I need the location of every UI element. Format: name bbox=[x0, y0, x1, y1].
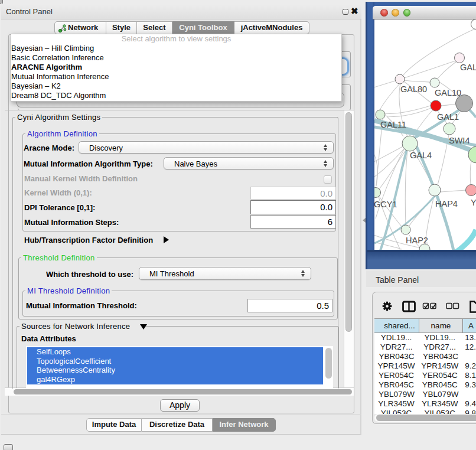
svg-text:GAL80: GAL80 bbox=[400, 84, 427, 94]
svg-text:Y: Y bbox=[471, 198, 476, 207]
svg-text:GAL4: GAL4 bbox=[410, 151, 432, 160]
svg-text:HAP2: HAP2 bbox=[406, 236, 428, 245]
svg-text:SWI4: SWI4 bbox=[449, 136, 470, 145]
svg-text:GAL1: GAL1 bbox=[437, 112, 459, 122]
svg-text:GAL11: GAL11 bbox=[380, 120, 406, 129]
svg-text:GAL10: GAL10 bbox=[435, 88, 461, 97]
svg-text:HAP4: HAP4 bbox=[435, 199, 458, 208]
svg-text:GAL7: GAL7 bbox=[460, 63, 476, 72]
svg-text:GCY1: GCY1 bbox=[374, 200, 397, 209]
